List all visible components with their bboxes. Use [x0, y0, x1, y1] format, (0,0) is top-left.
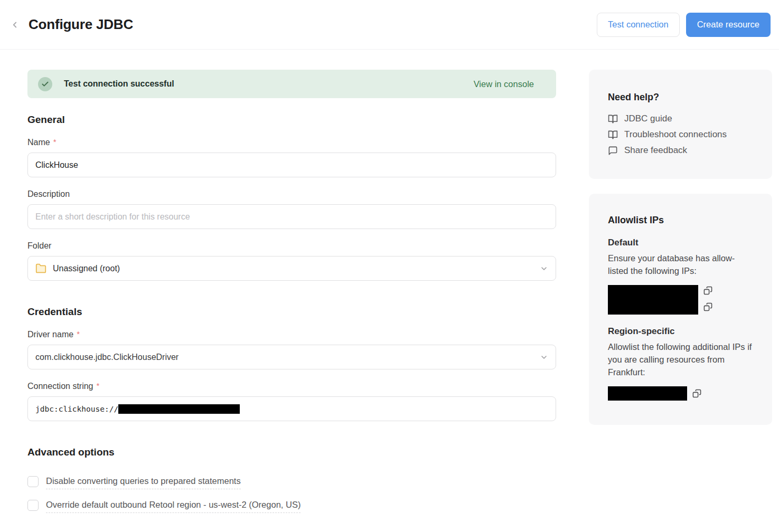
required-asterisk: * — [53, 137, 57, 146]
help-links: JDBC guide Troubleshoot connections Shar… — [608, 113, 753, 156]
required-asterisk: * — [77, 329, 80, 338]
test-connection-button[interactable]: Test connection — [597, 13, 680, 37]
allowlist-ips-card: Allowlist IPs Default Ensure your databa… — [589, 194, 772, 425]
troubleshoot-connections-link[interactable]: Troubleshoot connections — [608, 129, 753, 140]
copy-ip-button[interactable] — [703, 302, 712, 311]
checkbox-disable-prepared-statements[interactable] — [27, 476, 39, 487]
folder-field-group: Folder Unassigned (root) — [27, 241, 556, 281]
folder-value: Unassigned (root) — [53, 264, 120, 273]
jdbc-guide-link[interactable]: JDBC guide — [608, 113, 753, 124]
driver-name-label: Driver name * — [27, 330, 556, 339]
allowlist-heading: Allowlist IPs — [608, 215, 753, 226]
description-input[interactable] — [27, 204, 556, 229]
copy-buttons — [703, 285, 712, 312]
success-check-icon — [38, 77, 52, 91]
book-icon — [608, 130, 618, 140]
allowlist-default-text: Ensure your database has allow-listed th… — [608, 252, 753, 278]
allowlist-region-text: Allowlist the following additional IPs i… — [608, 341, 753, 379]
region-ips-row — [608, 386, 753, 401]
redacted-default-ips — [608, 285, 698, 315]
back-button[interactable] — [7, 17, 22, 32]
success-banner: Test connection successful View in conso… — [27, 70, 556, 98]
name-label: Name * — [27, 138, 556, 147]
required-asterisk: * — [97, 381, 100, 390]
chevron-down-icon — [540, 264, 548, 273]
banner-message: Test connection successful — [64, 79, 174, 89]
description-field-group: Description — [27, 189, 556, 229]
driver-name-select[interactable]: com.clickhouse.jdbc.ClickHouseDriver — [27, 345, 556, 369]
connection-string-label: Connection string * — [27, 382, 556, 391]
folder-select[interactable]: Unassigned (root) — [27, 256, 556, 281]
copy-ip-button[interactable] — [703, 286, 712, 295]
driver-name-value: com.clickhouse.jdbc.ClickHouseDriver — [35, 353, 179, 362]
redacted-region-ip — [608, 386, 687, 401]
share-feedback-link[interactable]: Share feedback — [608, 145, 753, 156]
need-help-heading: Need help? — [608, 92, 753, 103]
connection-string-field-group: Connection string * jdbc:clickhouse:// — [27, 382, 556, 421]
help-link-label: Share feedback — [624, 145, 687, 156]
chat-icon — [608, 146, 618, 156]
book-icon — [608, 114, 618, 124]
option-row-prepared-statements: Disable converting queries to prepared s… — [27, 476, 556, 489]
name-input[interactable] — [27, 153, 556, 177]
main-form: Test connection successful View in conso… — [27, 70, 556, 513]
driver-field-group: Driver name * com.clickhouse.jdbc.ClickH… — [27, 330, 556, 369]
page-header: Configure JDBC Test connection Create re… — [0, 0, 779, 50]
description-label: Description — [27, 189, 556, 199]
need-help-card: Need help? JDBC guide Troubleshoot conne… — [589, 70, 772, 179]
credentials-heading: Credentials — [27, 306, 556, 318]
allowlist-region-heading: Region-specific — [608, 326, 753, 337]
default-ips-row — [608, 285, 753, 315]
folder-icon — [35, 263, 46, 274]
connection-string-prefix: jdbc:clickhouse:// — [35, 405, 118, 413]
copy-ip-button[interactable] — [692, 389, 701, 398]
advanced-options-heading: Advanced options — [27, 446, 556, 458]
checkbox-override-region[interactable] — [27, 500, 39, 511]
view-in-console-link[interactable]: View in console — [474, 79, 534, 89]
help-link-label: JDBC guide — [624, 113, 672, 124]
name-field-group: Name * — [27, 138, 556, 177]
checkbox-label: Disable converting queries to prepared s… — [46, 476, 241, 489]
create-resource-button[interactable]: Create resource — [686, 13, 771, 37]
checkbox-label: Override default outbound Retool region … — [46, 500, 301, 513]
chevron-down-icon — [540, 353, 548, 362]
redacted-connection-host — [118, 404, 240, 414]
page-title: Configure JDBC — [29, 16, 133, 33]
header-actions: Test connection Create resource — [597, 13, 771, 37]
general-heading: General — [27, 114, 556, 126]
chevron-left-icon — [10, 20, 20, 30]
option-row-override-region: Override default outbound Retool region … — [27, 500, 556, 513]
allowlist-default-heading: Default — [608, 238, 753, 248]
folder-label: Folder — [27, 241, 556, 251]
help-link-label: Troubleshoot connections — [624, 129, 727, 140]
sidebar: Need help? JDBC guide Troubleshoot conne… — [589, 70, 772, 513]
connection-string-input[interactable]: jdbc:clickhouse:// — [27, 396, 556, 421]
